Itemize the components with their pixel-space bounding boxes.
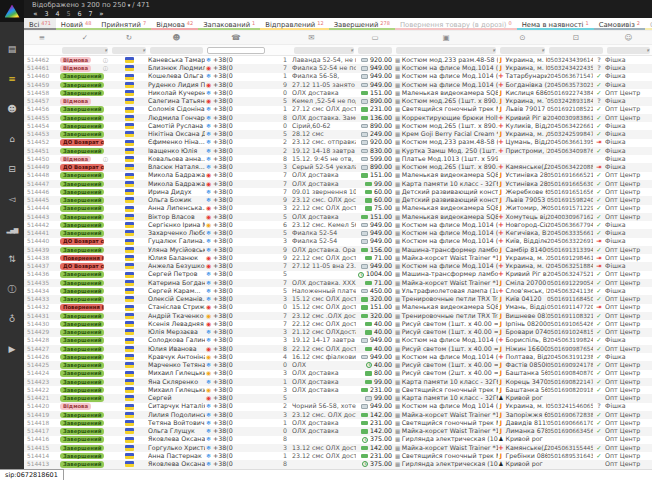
- tab-out-of-stock[interactable]: Нема в наявності1: [517, 18, 594, 30]
- order-row[interactable]: 514458ЗавершенийНиколай Кучеренко❄+38(00…: [24, 89, 652, 97]
- order-row[interactable]: 514437ДО Возврат ск...Анжела Безушко...◉…: [24, 262, 652, 270]
- order-row[interactable]: 514430ЗавершенийКсенія Левадняя◉+38(0722…: [24, 320, 652, 328]
- tab-services[interactable]: Сервіси0: [645, 18, 652, 30]
- tab-new[interactable]: Новий48: [56, 18, 97, 30]
- filter-client-input[interactable]: [148, 45, 205, 55]
- filter-status-dropdown[interactable]: ▾: [60, 45, 110, 55]
- sidebar-item-support[interactable]: ♁: [0, 304, 24, 334]
- sidebar-item-marketing[interactable]: ◅: [0, 184, 24, 214]
- filter-comment-dropdown[interactable]: ▾: [292, 45, 356, 55]
- filter-amount-input[interactable]: [356, 45, 394, 55]
- page-button-5[interactable]: 5: [65, 10, 72, 18]
- order-row[interactable]: 514462ВідмоваⓘКаневська Тамара ...❄+38(0…: [24, 56, 652, 64]
- order-row[interactable]: 514440ДО Возврат ск...Гуцалюк Галина...❄…: [24, 238, 652, 246]
- filter-date-dropdown[interactable]: ▾: [110, 45, 148, 55]
- chevron-down-icon[interactable]: ▾: [128, 2, 131, 8]
- order-row[interactable]: 514450ВідмоваⓘКовальова анна...❄+38(0815…: [24, 155, 652, 163]
- sidebar-item-clients[interactable]: ☻: [0, 94, 24, 124]
- order-row[interactable]: 514436ЗавершенийСергей Петров❄+38(05$100…: [24, 271, 652, 279]
- order-row[interactable]: 514420ВідмоваСитарчук Наталія З...❄+38(0…: [24, 403, 652, 411]
- order-row[interactable]: 514455ЗавершенийЛюдмила Гончарова❄+38(08…: [24, 114, 652, 122]
- filter-phone-input[interactable]: [205, 45, 267, 55]
- column-header-date[interactable]: ↻: [110, 33, 148, 42]
- order-row[interactable]: 514454ЗавершенийСамотій Руслана Во...❄+3…: [24, 122, 652, 130]
- page-button-6[interactable]: 6: [76, 10, 83, 18]
- order-row[interactable]: 514438Повернення (з...Юлия Баланюк◉+38(0…: [24, 254, 652, 262]
- order-row[interactable]: 514413ЗавершенийЯковлева Оксана...❄+38(0…: [24, 460, 652, 468]
- sidebar-item-dashboard[interactable]: ▤: [0, 34, 24, 64]
- column-header-phone[interactable]: ☎: [205, 33, 267, 42]
- order-row[interactable]: 514421ЗавершенийСергей◉+38(0599.00▦Карта…: [24, 394, 652, 402]
- sidebar-item-orders[interactable]: ≡: [0, 64, 24, 94]
- filter-ttn-input[interactable]: [547, 45, 605, 55]
- sidebar-item-settings[interactable]: ⇅: [0, 244, 24, 274]
- order-row[interactable]: 514457ВідмоваСалегина Татьяна С...◉+38(0…: [24, 97, 652, 105]
- sidebar-item-statistics[interactable]: ▂▄▆: [0, 214, 24, 244]
- order-row[interactable]: 514460ЗавершенийКошелева Ольга Ар...❄+38…: [24, 73, 652, 81]
- column-header-manager[interactable]: ☺: [605, 33, 652, 42]
- column-header-product[interactable]: ▣: [394, 33, 498, 42]
- order-row[interactable]: 514461ВідмоваⓘБлизнюк Людмила ...◉+38(07…: [24, 64, 652, 72]
- order-row[interactable]: 514449ДО Возврат ск...Власюк Наталя...❄+…: [24, 163, 652, 171]
- sip-call-indicator[interactable]: sip:0672818601: [0, 469, 64, 480]
- order-row[interactable]: 514447ЗавершенийМикола Бадражан◉+38(07ОЛ…: [24, 180, 652, 188]
- tab-all[interactable]: Всі471: [24, 18, 56, 30]
- column-header-id[interactable]: ≡: [24, 33, 60, 42]
- order-row[interactable]: 514453ЗавершенийНікітіна Оксана Дми...❄+…: [24, 130, 652, 138]
- order-row[interactable]: 514423ЗавершенийЯна Скляренко❄+38(01ОЛХ …: [24, 378, 652, 386]
- filter-location-dropdown[interactable]: ▾: [498, 45, 547, 55]
- tab-accepted[interactable]: Прийнятий7: [96, 18, 151, 30]
- order-row[interactable]: 514459ЗавершенийРуденко Лидия Пав...◉+38…: [24, 81, 652, 89]
- order-row[interactable]: 514417ЗавершенийОльга Глущук❄+38(00ОЛХ д…: [24, 427, 652, 435]
- order-row[interactable]: 514424ЗавершенийМихаил Гилецький◉+38(03О…: [24, 370, 652, 378]
- filter-product-dropdown[interactable]: ▾: [394, 45, 498, 55]
- column-header-status[interactable]: ✓: [60, 33, 110, 42]
- sidebar-item-info[interactable]: ⓘ: [0, 274, 24, 304]
- order-row[interactable]: 514451ЗавершенийІващенко Юлія❄+38(0219.1…: [24, 147, 652, 155]
- order-row[interactable]: 514442ЗавершенийСергієнко Ірина Ми...◉+3…: [24, 221, 652, 229]
- order-row[interactable]: 514445ЗавершенийОльга Божик❄+38(0923.12 …: [24, 196, 652, 204]
- sidebar-item-video[interactable]: ▶: [0, 334, 24, 364]
- order-row[interactable]: 514435ЗавершенийКатерина Богдан...❄+38(0…: [24, 279, 652, 287]
- order-row[interactable]: 514446ЗавершенийИрина Дидух❄+38(0709.01 …: [24, 188, 652, 196]
- order-row[interactable]: 514425ЗавершенийМарченко Тетяна❄+38(00ОЛ…: [24, 361, 652, 369]
- tab-sent[interactable]: Відправлений12: [260, 18, 328, 30]
- order-row[interactable]: 514427ЗавершенийЮлия Иванова◉+38(0822.12…: [24, 345, 652, 353]
- order-row[interactable]: 514432Повернення (з...Станіслав Стрижак◉…: [24, 304, 652, 312]
- order-row[interactable]: 514443ЗавершенийВіктор Власов◉+38(05ОЛХ …: [24, 213, 652, 221]
- tab-pickup[interactable]: Самовивіз2: [594, 18, 645, 30]
- last-page-button[interactable]: »: [98, 10, 105, 18]
- column-header-comment[interactable]: ✉: [267, 33, 356, 42]
- column-header-location[interactable]: ⊙: [498, 33, 547, 42]
- order-row[interactable]: 514415ЗавершенийГоргулько Христина...❄+3…: [24, 444, 652, 452]
- first-page-button[interactable]: «: [32, 10, 39, 18]
- order-row[interactable]: 514422ЗавершенийМихаил Гилецький◉+38(03О…: [24, 386, 652, 394]
- tab-return-transit[interactable]: Повернення товару (в дорозі)0: [395, 18, 517, 30]
- order-row[interactable]: 514448ЗавершенийМикола Бадражан◉+38(07ОЛ…: [24, 172, 652, 180]
- filter-store-dropdown[interactable]: ▾: [605, 45, 652, 55]
- order-row[interactable]: 514434ЗавершенийСергей Карам...❄+38(05На…: [24, 287, 652, 295]
- page-button-4[interactable]: 4: [54, 10, 61, 18]
- tab-packed[interactable]: Запакований1: [198, 18, 260, 30]
- order-row[interactable]: 514439ЗавершенийУляна Мусійовська❄+38(09…: [24, 246, 652, 254]
- order-row[interactable]: 514444ЗавершенийАнна Липенська...◉+38(03…: [24, 205, 652, 213]
- tab-refused[interactable]: Відмова42: [151, 18, 198, 30]
- order-row[interactable]: 514456ЗавершенийСоломія Сідоніна❄+38(012…: [24, 106, 652, 114]
- sidebar-item-warehouse[interactable]: ⌂: [0, 124, 24, 154]
- order-row[interactable]: 514433ЗавершенийОлексій Семанів...❄+38(0…: [24, 295, 652, 303]
- tab-completed[interactable]: Завершений278: [329, 18, 395, 30]
- order-row[interactable]: 514441ЗавершенийЗахарченко Любов...❄+38(…: [24, 229, 652, 237]
- sidebar-item-purchases[interactable]: ⊟: [0, 154, 24, 184]
- order-row[interactable]: 514419ЗавершенийЛилия Подолинська...❄+38…: [24, 411, 652, 419]
- order-row[interactable]: 514452ДО Возврат ск...Єфименко Ніна...❄+…: [24, 139, 652, 147]
- order-row[interactable]: 514418ЗавершенийТетяна Войтович...❄+38(0…: [24, 419, 652, 427]
- page-button-3[interactable]: 3: [43, 10, 50, 18]
- column-header-money[interactable]: ▭: [356, 33, 394, 42]
- order-row[interactable]: 514416ЗавершенийЯковлева Оксана...❄+38(0…: [24, 436, 652, 444]
- column-header-tracking[interactable]: ⊡: [547, 33, 605, 42]
- order-row[interactable]: 514431ЗавершенийАндрій Ткаченко◉+38(0723…: [24, 312, 652, 320]
- page-button-7[interactable]: 7: [87, 10, 94, 18]
- order-row[interactable]: 514414ЗавершенийАнна Пастернак❄+38(0123.…: [24, 452, 652, 460]
- order-row[interactable]: 514426ЗавершенийКравчук Антоніна◉+38(041…: [24, 353, 652, 361]
- order-row[interactable]: 514428ЗавершенийСолодкова Галина В...❄+3…: [24, 337, 652, 345]
